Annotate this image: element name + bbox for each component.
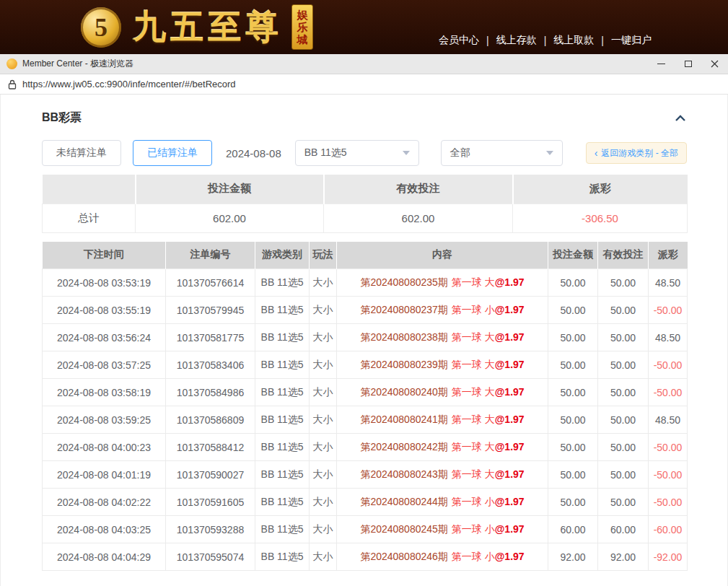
bet-odds: @1.97 xyxy=(495,496,525,507)
maximize-button[interactable] xyxy=(675,54,701,74)
bet-time: 2024-08-08 04:01:19 xyxy=(43,461,166,489)
bet-valid-amount: 50.00 xyxy=(598,351,649,379)
bet-payout: 48.50 xyxy=(649,406,688,434)
bet-odds: @1.97 xyxy=(495,523,525,535)
nav-online-withdraw[interactable]: 线上取款 xyxy=(553,34,594,47)
close-button[interactable] xyxy=(701,54,728,74)
bet-odds: @1.97 xyxy=(495,414,525,425)
window-controls xyxy=(648,54,728,74)
bet-period: 第202408080237期 xyxy=(360,304,447,315)
nav-online-deposit[interactable]: 线上存款 xyxy=(496,34,537,47)
bet-play-type: 大小 xyxy=(310,461,337,489)
table-row: 2024-08-08 04:01:19 101370590027 BB 11选5… xyxy=(43,461,688,489)
bet-period: 第202408080242期 xyxy=(360,441,447,452)
bet-order-id: 101370576614 xyxy=(166,269,255,297)
bet-play-type: 大小 xyxy=(310,516,337,543)
collapse-button[interactable] xyxy=(674,113,687,123)
bet-payout: -50.00 xyxy=(649,379,688,406)
bet-period: 第202408080240期 xyxy=(360,386,447,398)
summary-header-valid-bet: 有效投注 xyxy=(324,175,513,204)
browser-titlebar: Member Center - 极速浏览器 xyxy=(0,54,728,74)
nav-separator: | xyxy=(486,35,489,46)
bet-time: 2024-08-08 03:56:24 xyxy=(43,324,166,351)
bet-amount: 50.00 xyxy=(548,434,598,461)
bet-valid-amount: 50.00 xyxy=(598,297,649,324)
bet-game-type: BB 11选5 xyxy=(255,516,310,543)
chevron-down-icon xyxy=(403,151,410,155)
summary-valid-bet: 602.00 xyxy=(324,204,513,232)
bet-time: 2024-08-08 04:04:29 xyxy=(43,543,166,571)
bet-game-type: BB 11选5 xyxy=(255,351,310,379)
bet-valid-amount: 92.00 xyxy=(598,543,649,571)
table-row: 2024-08-08 03:55:19 101370579945 BB 11选5… xyxy=(43,297,688,324)
bet-pick: 第一球 大 xyxy=(452,441,495,452)
header-game-type: 游戏类别 xyxy=(255,242,310,269)
bet-order-id: 101370586809 xyxy=(166,406,255,434)
bet-time: 2024-08-08 04:02:22 xyxy=(43,489,166,516)
game-select-value: BB 11选5 xyxy=(304,146,347,159)
bet-order-id: 101370590027 xyxy=(166,461,255,489)
game-select[interactable]: BB 11选5 xyxy=(295,140,419,166)
logo-badge-char: 城 xyxy=(297,33,308,45)
bet-pick: 第一球 大 xyxy=(452,359,495,370)
bet-content: 第202408080241期第一球 大@1.97 xyxy=(337,406,548,434)
nav-member-center[interactable]: 会员中心 xyxy=(439,34,479,47)
summary-table: 投注金额 有效投注 派彩 总计 602.00 602.00 -306.50 xyxy=(42,175,688,233)
header-order-id: 注单编号 xyxy=(166,242,255,269)
bet-time: 2024-08-08 04:03:25 xyxy=(43,516,166,543)
table-row: 2024-08-08 03:59:25 101370586809 BB 11选5… xyxy=(43,406,688,434)
browser-logo-icon xyxy=(6,58,17,69)
minimize-icon xyxy=(657,64,665,64)
bet-period: 第202408080246期 xyxy=(360,551,447,562)
settled-tab-button[interactable]: 已结算注单 xyxy=(133,140,212,166)
category-select[interactable]: 全部 xyxy=(441,140,563,166)
bet-odds: @1.97 xyxy=(495,359,525,370)
bet-order-id: 101370583406 xyxy=(166,351,255,379)
bet-period: 第202408080245期 xyxy=(360,523,447,535)
banner-nav: 会员中心 | 线上存款 | 线上取款 | 一键归户 xyxy=(439,34,652,47)
bet-game-type: BB 11选5 xyxy=(255,489,310,516)
maximize-icon xyxy=(685,61,692,67)
bet-play-type: 大小 xyxy=(310,379,337,406)
header-play-type: 玩法 xyxy=(310,242,337,269)
back-arrow-icon: ‹ xyxy=(595,148,598,158)
bet-play-type: 大小 xyxy=(310,543,337,571)
bet-content: 第202408080243期第一球 大@1.97 xyxy=(337,461,548,489)
logo-text: 九五至尊 xyxy=(133,5,283,50)
bet-amount: 50.00 xyxy=(548,324,598,351)
nav-separator: | xyxy=(601,35,604,46)
bet-order-id: 101370595074 xyxy=(166,543,255,571)
page-content: BB彩票 未结算注单 已结算注单 2024-08-08 BB 11选5 全部 ‹… xyxy=(0,95,728,586)
logo-badge-char: 娱 xyxy=(297,9,308,21)
bet-valid-amount: 60.00 xyxy=(598,516,649,543)
bet-valid-amount: 50.00 xyxy=(598,406,649,434)
bet-amount: 50.00 xyxy=(548,351,598,379)
logo-emblem-icon: 5 xyxy=(81,7,121,48)
bet-payout: 48.50 xyxy=(649,324,688,351)
bet-period: 第202408080243期 xyxy=(360,468,447,480)
bet-game-type: BB 11选5 xyxy=(255,461,310,489)
nav-one-key-transfer[interactable]: 一键归户 xyxy=(611,34,652,47)
panel-header: BB彩票 xyxy=(42,110,687,126)
bet-odds: @1.97 xyxy=(495,386,525,398)
back-to-game-category-button[interactable]: ‹ 返回游戏类别 - 全部 xyxy=(586,142,687,164)
bet-payout: -50.00 xyxy=(649,489,688,516)
bet-play-type: 大小 xyxy=(310,434,337,461)
bet-valid-amount: 50.00 xyxy=(598,461,649,489)
chevron-down-icon xyxy=(546,151,553,155)
bet-amount: 50.00 xyxy=(548,461,598,489)
unsettled-tab-button[interactable]: 未结算注单 xyxy=(42,140,121,166)
bet-game-type: BB 11选5 xyxy=(255,379,310,406)
bet-order-id: 101370581775 xyxy=(166,324,255,351)
bet-period: 第202408080244期 xyxy=(360,496,447,507)
date-filter[interactable]: 2024-08-08 xyxy=(226,147,281,159)
bet-amount: 50.00 xyxy=(548,269,598,297)
bet-pick: 第一球 大 xyxy=(452,331,495,343)
address-bar[interactable]: https://www.jw05.cc:9900/infe/mcenter/#/… xyxy=(0,74,728,95)
bet-amount: 50.00 xyxy=(548,489,598,516)
bet-payout: -50.00 xyxy=(649,434,688,461)
minimize-button[interactable] xyxy=(648,54,675,74)
summary-total-row: 总计 602.00 602.00 -306.50 xyxy=(43,204,688,232)
bet-pick: 第一球 小 xyxy=(452,551,495,562)
bet-valid-amount: 50.00 xyxy=(598,269,649,297)
